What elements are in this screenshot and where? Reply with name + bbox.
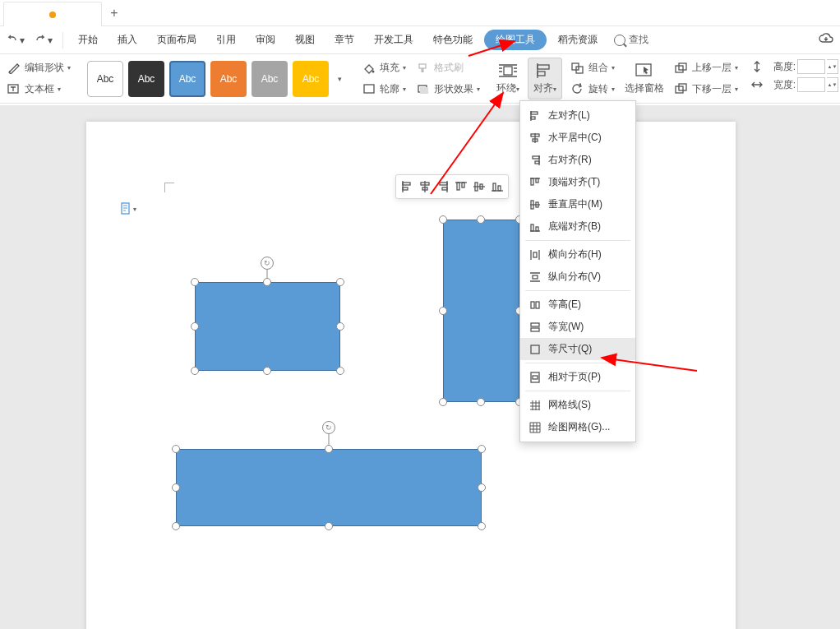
group-button[interactable]: 组合▾ <box>569 59 616 76</box>
search-button[interactable]: 查找 <box>614 33 648 47</box>
rotate-handle-3[interactable]: ↻ <box>322 421 335 434</box>
handle[interactable] <box>439 398 447 406</box>
outline-button[interactable]: 轮廓▾ <box>360 81 408 98</box>
height-spinner[interactable]: ▲▼ <box>827 59 838 74</box>
style-swatch-gold[interactable]: Abc <box>293 61 329 97</box>
redo-button[interactable]: ▾ <box>31 31 56 49</box>
width-input[interactable] <box>797 77 825 92</box>
document-tab[interactable] <box>3 2 102 26</box>
send-backward-button[interactable]: 下移一层▾ <box>672 81 740 98</box>
menu-feature[interactable]: 特色功能 <box>425 30 481 50</box>
align-button[interactable]: 对齐▾ <box>528 58 562 99</box>
width-spinner[interactable]: ▲▼ <box>827 77 838 92</box>
handle[interactable] <box>336 278 344 286</box>
dd-distribute-h[interactable]: 横向分布(H) <box>520 243 635 266</box>
floating-align-toolbar <box>395 174 509 199</box>
shape-rect-1[interactable] <box>195 282 340 371</box>
handle[interactable] <box>263 367 271 375</box>
rotate-handle-1[interactable]: ↻ <box>261 257 274 270</box>
dd-distribute-v[interactable]: 纵向分布(V) <box>520 266 635 288</box>
paragraph-options-button[interactable]: ▾ <box>120 202 136 215</box>
handle[interactable] <box>172 445 180 453</box>
dd-align-bottom[interactable]: 底端对齐(B) <box>520 215 635 238</box>
menu-reference[interactable]: 引用 <box>208 30 244 50</box>
textbox-button[interactable]: 文本框▾ <box>5 81 72 98</box>
svg-rect-42 <box>533 252 537 257</box>
handle[interactable] <box>191 278 199 286</box>
menu-layout[interactable]: 页面布局 <box>149 30 205 50</box>
menu-dev[interactable]: 开发工具 <box>366 30 422 50</box>
svg-rect-3 <box>364 85 374 93</box>
fill-icon <box>362 62 376 74</box>
dd-align-center-h[interactable]: 水平居中(C) <box>520 127 635 149</box>
handle[interactable] <box>478 445 486 453</box>
fill-button[interactable]: 填充▾ <box>360 59 408 76</box>
height-input[interactable] <box>797 59 825 74</box>
svg-point-0 <box>9 71 11 72</box>
handle[interactable] <box>439 215 447 224</box>
svg-rect-43 <box>533 275 538 279</box>
dd-equal-height[interactable]: 等高(E) <box>520 294 635 316</box>
handle[interactable] <box>325 445 333 453</box>
handle[interactable] <box>263 278 271 286</box>
dd-gridlines[interactable]: 网格线(S) <box>520 394 635 416</box>
handle[interactable] <box>325 522 333 530</box>
style-swatch-white[interactable]: Abc <box>87 61 123 97</box>
dd-align-center-v[interactable]: 垂直居中(M) <box>520 193 635 215</box>
svg-rect-35 <box>535 161 539 164</box>
menu-section[interactable]: 章节 <box>326 30 362 50</box>
menu-drawing-tools[interactable]: 绘图工具 <box>484 30 547 50</box>
selection-pane-button[interactable]: 选择窗格 <box>623 60 666 97</box>
handle[interactable] <box>478 522 486 530</box>
svg-rect-46 <box>531 323 539 326</box>
bring-forward-button[interactable]: 上移一层▾ <box>672 59 740 76</box>
handle[interactable] <box>477 398 485 406</box>
svg-rect-7 <box>504 67 512 75</box>
float-align-bottom[interactable] <box>488 178 506 196</box>
menu-insert[interactable]: 插入 <box>109 30 145 50</box>
style-swatch-gray[interactable]: Abc <box>252 61 288 97</box>
dd-equal-size[interactable]: 等尺寸(Q) <box>520 338 635 360</box>
style-gallery[interactable]: Abc Abc Abc Abc Abc Abc ▾ <box>82 58 350 99</box>
style-swatch-black[interactable]: Abc <box>128 61 164 97</box>
dd-align-left[interactable]: 左对齐(L) <box>520 104 635 127</box>
dd-align-top[interactable]: 顶端对齐(T) <box>520 171 635 193</box>
handle[interactable] <box>172 483 180 492</box>
float-align-top[interactable] <box>452 178 470 196</box>
float-align-center-v[interactable] <box>470 178 488 196</box>
float-align-right[interactable] <box>434 178 452 196</box>
float-align-center-h[interactable] <box>416 178 434 196</box>
float-align-left[interactable] <box>398 178 416 196</box>
shape-rect-3[interactable] <box>176 449 482 526</box>
shape-effect-button[interactable]: 形状效果▾ <box>414 81 482 98</box>
dd-equal-width[interactable]: 等宽(W) <box>520 316 635 338</box>
handle[interactable] <box>336 322 344 331</box>
style-swatch-orange[interactable]: Abc <box>210 61 247 97</box>
cloud-sync-icon[interactable] <box>819 33 833 47</box>
menu-docer[interactable]: 稻壳资源 <box>550 30 606 50</box>
style-swatch-blue[interactable]: Abc <box>169 61 205 97</box>
menu-review[interactable]: 审阅 <box>247 30 284 50</box>
handle[interactable] <box>172 522 180 530</box>
dd-align-right[interactable]: 右对齐(R) <box>520 149 635 171</box>
title-bar: + <box>0 0 840 26</box>
handle[interactable] <box>477 215 485 224</box>
shape-effect-icon <box>416 83 431 95</box>
dd-relative-page[interactable]: 相对于页(P) <box>520 366 635 388</box>
handle[interactable] <box>191 367 199 375</box>
rotate-button[interactable]: 旋转▾ <box>569 81 616 98</box>
menu-start[interactable]: 开始 <box>70 30 106 50</box>
format-brush-button: 格式刷 <box>414 59 482 76</box>
dd-draw-grid[interactable]: 绘图网格(G)... <box>520 416 635 438</box>
handle[interactable] <box>478 483 486 492</box>
undo-button[interactable]: ▾ <box>3 31 28 49</box>
handle[interactable] <box>439 307 447 315</box>
menu-view[interactable]: 视图 <box>287 30 323 50</box>
handle[interactable] <box>191 322 199 331</box>
handle[interactable] <box>336 367 344 375</box>
add-tab-button[interactable]: + <box>102 1 127 25</box>
edit-shape-button[interactable]: 编辑形状▾ <box>5 59 72 76</box>
style-gallery-more[interactable]: ▾ <box>334 75 345 83</box>
wrap-button[interactable]: 环绕▾ <box>495 60 521 97</box>
shape-rect-2[interactable] <box>443 220 519 402</box>
